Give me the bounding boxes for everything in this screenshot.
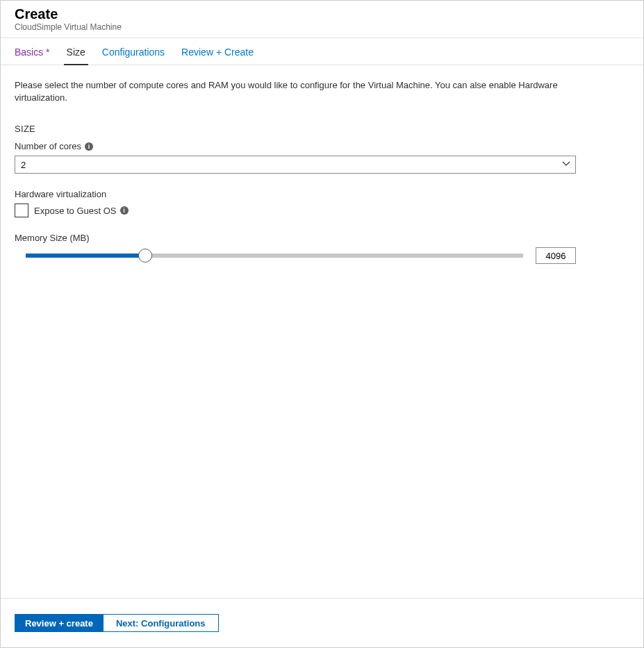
memory-label: Memory Size (MB) [15, 233, 629, 243]
tab-size[interactable]: Size [58, 38, 94, 65]
memory-slider[interactable] [26, 249, 523, 263]
wizard-footer: Review + create Next: Configurations [1, 598, 643, 647]
cores-label-text: Number of cores [15, 141, 81, 151]
expose-guest-os-label-text: Expose to Guest OS [34, 206, 117, 216]
create-vm-page: Create CloudSimple Virtual Machine Basic… [0, 0, 644, 648]
tab-basics[interactable]: Basics * [6, 38, 58, 65]
size-section-title: SIZE [15, 124, 629, 134]
expose-guest-os-label: Expose to Guest OS i [34, 206, 129, 216]
memory-value-input[interactable] [536, 247, 576, 264]
content-area: Please select the number of compute core… [1, 65, 643, 598]
wizard-tabs: Basics * Size Configurations Review + Cr… [1, 38, 643, 65]
info-icon[interactable]: i [85, 142, 93, 151]
cores-label: Number of cores i [15, 141, 629, 151]
cores-select-wrap: 2 [15, 156, 576, 174]
expose-guest-os-checkbox[interactable] [15, 203, 28, 217]
page-subtitle: CloudSimple Virtual Machine [15, 22, 629, 32]
next-configurations-button[interactable]: Next: Configurations [104, 614, 219, 632]
slider-thumb[interactable] [138, 249, 152, 263]
memory-slider-row [15, 247, 576, 264]
info-icon[interactable]: i [120, 206, 129, 215]
cores-select[interactable]: 2 [15, 156, 576, 174]
page-header: Create CloudSimple Virtual Machine [1, 1, 643, 38]
page-title: Create [15, 6, 629, 22]
tab-review-create[interactable]: Review + Create [173, 38, 262, 65]
slider-fill [26, 254, 145, 258]
tab-configurations[interactable]: Configurations [94, 38, 173, 65]
review-create-button[interactable]: Review + create [15, 614, 104, 632]
hwvirt-heading: Hardware virtualization [15, 189, 629, 199]
description-text: Please select the number of compute core… [15, 79, 570, 104]
hwvirt-checkbox-row: Expose to Guest OS i [15, 203, 629, 217]
